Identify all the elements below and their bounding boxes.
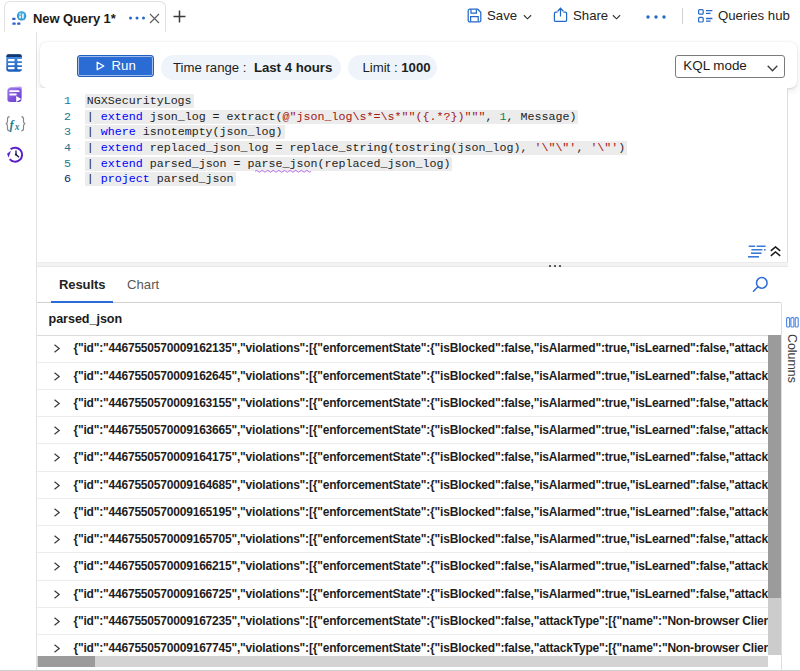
svg-text:x: x [14, 122, 20, 132]
